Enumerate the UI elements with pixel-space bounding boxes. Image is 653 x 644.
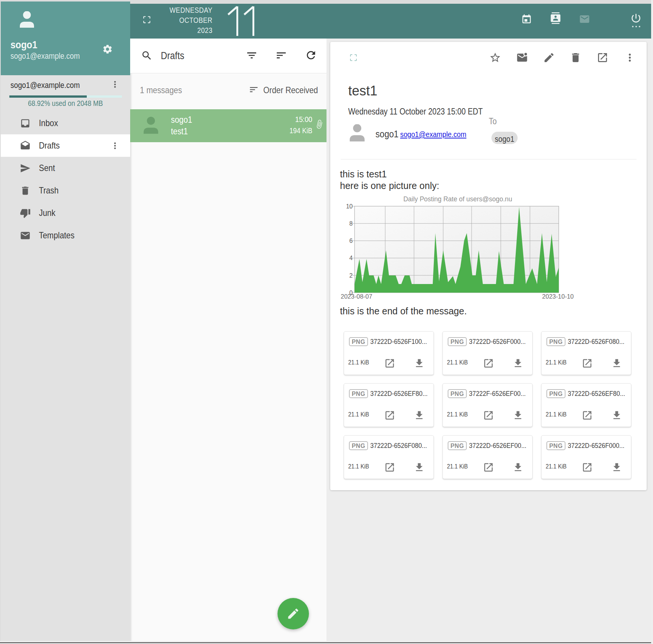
svg-text:6: 6 [349,238,353,244]
svg-text:10: 10 [346,203,353,210]
svg-text:2: 2 [349,272,353,279]
svg-text:8: 8 [349,220,353,227]
svg-text:2023-08-07: 2023-08-07 [341,293,372,300]
svg-text:2023-10-10: 2023-10-10 [542,293,574,300]
svg-text:4: 4 [349,255,353,261]
svg-text:Daily Posting Rate of users@so: Daily Posting Rate of users@sogo.nu [403,195,512,203]
